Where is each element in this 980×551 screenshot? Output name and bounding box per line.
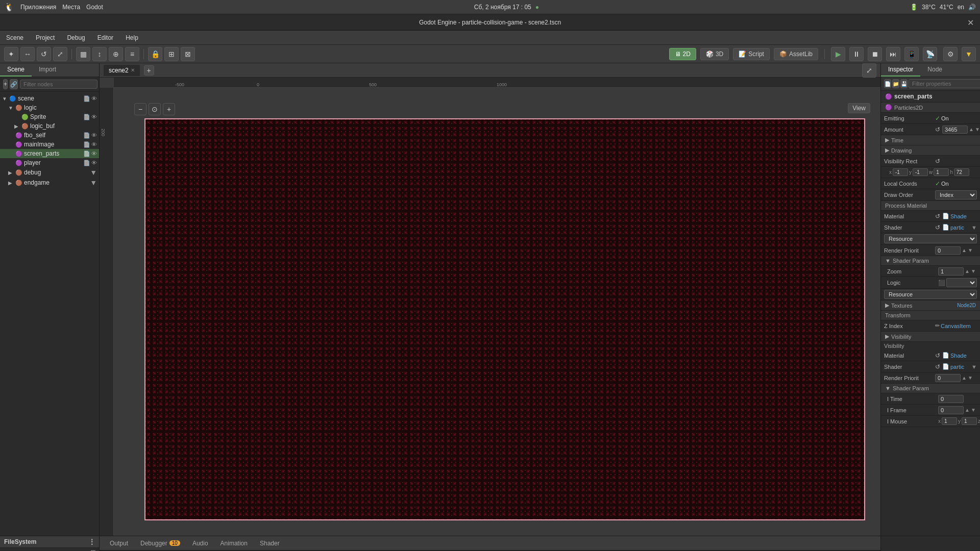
tab-scene[interactable]: Scene <box>0 63 32 77</box>
places-menu[interactable]: Места <box>62 4 80 11</box>
mode-3d[interactable]: 🎲 3D <box>700 48 729 60</box>
play-btn[interactable]: ▶ <box>831 47 845 61</box>
i-mouse-y[interactable] <box>962 417 977 425</box>
eye-icon[interactable]: 👁 <box>91 95 97 102</box>
menu-scene[interactable]: Scene <box>0 32 30 43</box>
insp-save-btn[interactable]: 💾 <box>900 79 908 88</box>
script-icon-fbo[interactable]: 📄 <box>83 132 90 139</box>
draw-order-select[interactable]: Index <box>935 190 977 199</box>
vis-rect-x[interactable] <box>893 168 908 176</box>
zoom-in-btn[interactable]: + <box>163 103 175 115</box>
amount-up[interactable]: ▲ <box>969 127 974 132</box>
shader-reload-icon[interactable]: ↺ <box>935 224 940 231</box>
i-time-input[interactable] <box>938 395 964 403</box>
tree-item-logic[interactable]: ▼ 🟤 logic <box>0 103 99 112</box>
tool-group[interactable]: ⊞ <box>164 47 179 61</box>
logic-icon[interactable]: ⬛ <box>938 280 945 286</box>
tab-shader[interactable]: Shader <box>254 538 286 549</box>
section-textures[interactable]: ▶ Textures Node2D <box>881 300 980 311</box>
amount-input[interactable] <box>942 126 968 134</box>
script-icon-screen[interactable]: 📄 <box>83 151 90 157</box>
script-icon-mainimage[interactable]: 📄 <box>83 141 90 148</box>
script-icon[interactable]: 📄 <box>83 95 90 102</box>
i-frame-input[interactable] <box>938 406 964 414</box>
tool-rect[interactable]: ▦ <box>76 47 90 61</box>
zoom-up[interactable]: ▲ <box>965 268 970 274</box>
zoom-reset-btn[interactable]: ⊙ <box>149 103 161 115</box>
tree-item-sprite[interactable]: 🟢 Sprite 📄 👁 <box>0 112 99 121</box>
menu-project[interactable]: Project <box>30 32 61 43</box>
shader-link[interactable]: partic <box>950 224 964 231</box>
material-reload-icon[interactable]: ↺ <box>935 213 940 220</box>
insp-folder-btn[interactable]: 📁 <box>892 79 899 88</box>
warn-btn[interactable]: ▼ <box>962 47 976 61</box>
section-shader-param2[interactable]: ▼ Shader Param <box>881 384 980 393</box>
remote-btn[interactable]: 📡 <box>923 47 937 61</box>
amount-down[interactable]: ▼ <box>975 127 980 132</box>
shader2-reload[interactable]: ↺ <box>935 363 940 370</box>
render-priority2-input[interactable] <box>935 374 961 382</box>
menu-debug[interactable]: Debug <box>61 32 91 43</box>
shader-dropdown-icon[interactable]: ▼ <box>971 224 977 231</box>
expand-viewport-btn[interactable]: ⤢ <box>862 63 876 78</box>
tree-item-scene[interactable]: ▼ 🔵 scene 📄 👁 <box>0 94 99 103</box>
tool-bone[interactable]: ↕ <box>92 47 107 61</box>
section-shader-param[interactable]: ▼ Shader Param <box>881 256 980 266</box>
tool-ungroup[interactable]: ⊠ <box>181 47 195 61</box>
tree-item-player[interactable]: 🟣 player 📄 👁 <box>0 158 99 167</box>
i-mouse-x[interactable] <box>942 417 957 425</box>
material2-reload[interactable]: ↺ <box>935 352 940 359</box>
zoom-out-btn[interactable]: − <box>134 103 146 115</box>
script-icon-sprite[interactable]: 📄 <box>83 114 90 120</box>
render2-up[interactable]: ▲ <box>962 375 967 381</box>
tab-inspector[interactable]: Inspector <box>881 63 920 77</box>
fs-menu-btn[interactable]: ⋮ <box>89 538 95 545</box>
eye-icon-player[interactable]: 👁 <box>91 160 97 166</box>
resource-select[interactable]: Resource <box>884 234 977 243</box>
eye-icon-screen[interactable]: 👁 <box>91 151 97 157</box>
viewport-canvas[interactable]: -500 0 500 1000 200 <box>100 78 880 536</box>
logic-select[interactable] <box>946 278 977 287</box>
i-frame-up[interactable]: ▲ <box>965 407 970 413</box>
menu-editor[interactable]: Editor <box>91 32 119 43</box>
vis-rect-w[interactable] <box>934 168 949 176</box>
step-btn[interactable]: ⏭ <box>886 47 900 61</box>
section-time[interactable]: ▶ Time <box>881 135 980 145</box>
close-tab-icon[interactable]: ✕ <box>131 67 135 73</box>
eye-icon-mainimage[interactable]: 👁 <box>91 141 97 148</box>
settings-btn[interactable]: ⚙ <box>943 47 958 61</box>
tool-lock[interactable]: 🔒 <box>148 47 162 61</box>
i-frame-down[interactable]: ▼ <box>971 407 976 413</box>
tab-scene2[interactable]: scene2 ✕ <box>104 65 140 76</box>
section-transform[interactable]: Transform <box>881 311 980 320</box>
eye-icon-debug[interactable]: ▼ <box>90 168 97 177</box>
vis-rect-reload-icon[interactable]: ↺ <box>935 158 940 165</box>
zoom-input[interactable] <box>938 267 964 276</box>
mode-assetlib[interactable]: 📦 AssetLib <box>774 48 818 60</box>
tab-output[interactable]: Output <box>104 538 134 549</box>
tool-scale[interactable]: ⤢ <box>53 47 67 61</box>
pause-btn[interactable]: ⏸ <box>849 47 864 61</box>
tool-select[interactable]: ✦ <box>4 47 18 61</box>
material-link[interactable]: Shade <box>950 213 967 219</box>
deploy-btn[interactable]: 📱 <box>904 47 919 61</box>
tool-pan[interactable]: ≡ <box>125 47 139 61</box>
tree-item-fbo-self[interactable]: 🟣 fbo_self 📄 👁 <box>0 131 99 140</box>
scene-add-btn[interactable]: + <box>3 79 8 89</box>
tab-animation[interactable]: Animation <box>214 538 254 549</box>
amount-reload-icon[interactable]: ↺ <box>935 126 940 133</box>
shader2-link[interactable]: partic <box>950 364 964 370</box>
render2-down[interactable]: ▼ <box>968 375 973 381</box>
tree-item-screen-parts[interactable]: 🟣 screen_parts 📄 👁 <box>0 149 99 158</box>
section-visibility[interactable]: ▶ Visibility <box>881 332 980 342</box>
view-dropdown-btn[interactable]: View <box>848 103 870 113</box>
eye-icon-fbo[interactable]: 👁 <box>91 132 97 139</box>
tree-item-endgame[interactable]: ▶ 🟤 endgame ▼ <box>0 178 99 188</box>
shader2-dropdown-icon[interactable]: ▼ <box>971 364 977 370</box>
tree-item-debug[interactable]: ▶ 🟤 debug ▼ <box>0 167 99 178</box>
filter-nodes-input[interactable] <box>20 80 97 89</box>
tool-rotate[interactable]: ↺ <box>37 47 51 61</box>
tab-import[interactable]: Import <box>32 63 63 77</box>
render-down[interactable]: ▼ <box>968 247 973 253</box>
vis-rect-y[interactable] <box>913 168 928 176</box>
